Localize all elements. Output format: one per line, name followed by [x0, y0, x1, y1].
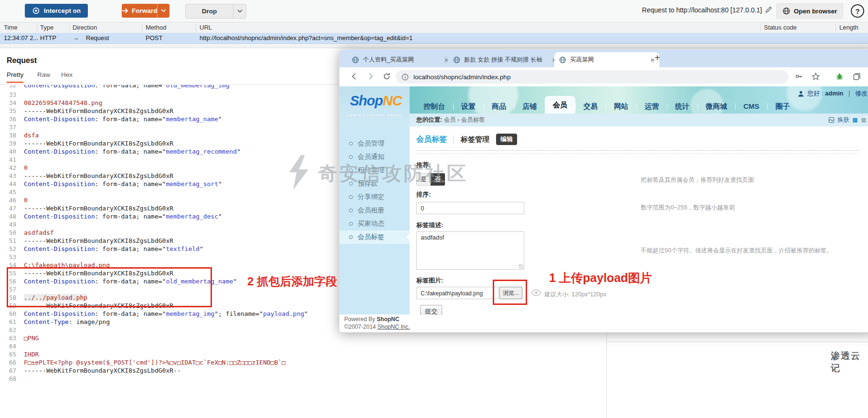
- intercept-toggle-button[interactable]: Intercept on: [25, 4, 88, 18]
- request-body-editor[interactable]: 333408226595474847548.png35------WebKitF…: [0, 91, 334, 383]
- column-header-url[interactable]: URL: [200, 24, 212, 31]
- drop-button[interactable]: Drop: [185, 4, 246, 19]
- line-number: 68: [0, 375, 16, 383]
- image-help: 建议大小: 120px*120px: [544, 291, 606, 299]
- column-header-type[interactable]: Type: [40, 24, 53, 31]
- bullet-icon: [349, 222, 353, 226]
- column-header-direction[interactable]: Direction: [73, 24, 97, 31]
- sort-input[interactable]: 0: [416, 202, 524, 214]
- site-info-icon[interactable]: [402, 73, 409, 81]
- request-line-48: 48Content-Disposition: form-data; name="…: [0, 212, 334, 220]
- line-number: 42: [0, 164, 16, 172]
- sidebar-item-预存款[interactable]: 预存款: [339, 177, 410, 190]
- tab-close-icon[interactable]: ×: [444, 56, 448, 64]
- browser-tab-1[interactable]: 个人资料_买蔬菜网×: [347, 52, 453, 67]
- breadcrumb-path: 会员 › 会员标签: [442, 116, 485, 123]
- browser-tab-3[interactable]: 买蔬菜网×: [554, 52, 659, 67]
- bullet-icon: [349, 182, 353, 186]
- nav-item-店铺[interactable]: 店铺: [514, 99, 545, 114]
- sidebar-item-会员相册[interactable]: 会员相册: [339, 204, 410, 217]
- nav-item-设置[interactable]: 设置: [453, 99, 484, 114]
- sidebar-item-label: 会员相册: [358, 206, 384, 215]
- recommend-no-button[interactable]: 否: [431, 173, 445, 186]
- bookmark-star-icon[interactable]: [811, 72, 820, 83]
- file-path-input[interactable]: C:\fakepath\payload.png: [416, 287, 498, 299]
- nav-item-微商城[interactable]: 微商城: [698, 99, 735, 114]
- line-number: 67: [0, 366, 16, 375]
- nav-item-会员[interactable]: 会员: [545, 96, 575, 114]
- open-browser-button[interactable]: Open browser: [776, 3, 843, 19]
- sidebar-item-买家动态[interactable]: 买家动态: [339, 217, 410, 230]
- line-number: 45: [0, 188, 16, 196]
- column-header-method[interactable]: Method: [146, 24, 166, 31]
- nav-item-商品[interactable]: 商品: [484, 99, 514, 114]
- skin-switcher[interactable]: 换肤: [828, 114, 867, 126]
- tab-tag-manage[interactable]: 标签管理: [461, 135, 489, 144]
- reload-icon[interactable]: [382, 72, 391, 83]
- screenshot-stage: Intercept on Forward Drop Request to htt…: [0, 0, 868, 418]
- shopnc-sidebar: 会员管理会员通知积分管理预存款分享绑定会员相册买家动态会员标签: [339, 126, 410, 314]
- nav-item-交易[interactable]: 交易: [575, 99, 606, 114]
- column-header-time[interactable]: Time: [4, 24, 17, 31]
- request-panel-title: Request: [7, 56, 37, 65]
- line-number: 64: [0, 342, 16, 350]
- shopnc-header: 您好 : admin ｜ 修改 控制台设置商品店铺会员交易网站运营统计微商城CM…: [410, 86, 868, 114]
- tab-close-icon[interactable]: ×: [650, 56, 655, 64]
- sidebar-item-会员管理[interactable]: 会员管理: [339, 137, 410, 150]
- nav-item-控制台[interactable]: 控制台: [415, 99, 453, 114]
- skin-swatch-gray[interactable]: [861, 117, 867, 123]
- request-line-63: 63□PNG: [0, 334, 334, 342]
- tab-title: 买蔬菜网: [570, 56, 646, 64]
- browser-tab-2[interactable]: 新款 女款 拼接 不规则摆 长袖×: [448, 52, 561, 67]
- nav-item-圈子[interactable]: 圈子: [767, 99, 798, 114]
- nav-item-运营[interactable]: 运营: [636, 99, 667, 114]
- shopnc-logo-block: ShopNC ADMIN CONTROL PANEL: [339, 86, 410, 126]
- column-header-status-code[interactable]: Status code: [764, 24, 797, 31]
- tab-restore-icon[interactable]: [852, 72, 861, 83]
- nav-item-CMS[interactable]: CMS: [735, 99, 767, 114]
- skin-swatch-blue[interactable]: [852, 117, 858, 123]
- history-table-header: TimeTypeDirectionMethodURLStatus codeLen…: [0, 22, 868, 33]
- request-line-62: 62: [0, 326, 334, 334]
- drop-dropdown[interactable]: [233, 4, 246, 18]
- sidebar-item-会员标签[interactable]: 会员标签: [339, 230, 410, 244]
- help-icon[interactable]: ?: [851, 4, 864, 18]
- cell-direction: Request: [86, 34, 109, 42]
- forward-icon[interactable]: [366, 72, 375, 83]
- desc-textarea[interactable]: asdfadsf: [416, 231, 524, 270]
- column-divider: [142, 23, 142, 32]
- back-icon[interactable]: [350, 72, 359, 83]
- history-table-row[interactable]: 12:34:07 2...HTTP→RequestPOSThttp://loca…: [0, 33, 868, 44]
- address-bar[interactable]: localhost/shopnc/admin/index.php: [396, 70, 788, 84]
- column-header-length[interactable]: Length: [839, 24, 858, 31]
- request-tab-raw[interactable]: Raw: [37, 71, 50, 82]
- resize-handle[interactable]: [519, 264, 523, 269]
- direction-arrow-icon: →: [73, 34, 79, 42]
- forward-dropdown[interactable]: [157, 4, 169, 18]
- divider: [416, 150, 860, 151]
- browser-window: 个人资料_买蔬菜网×新款 女款 拼接 不规则摆 长袖×买蔬菜网×+ localh…: [339, 49, 868, 333]
- favicon-globe-icon: [559, 56, 566, 63]
- recommend-yes-button[interactable]: 是: [416, 173, 431, 186]
- password-key-icon[interactable]: [794, 72, 804, 83]
- nav-item-统计[interactable]: 统计: [667, 99, 698, 114]
- request-line-65: 65IHDR: [0, 350, 334, 358]
- edit-target-icon[interactable]: [765, 6, 773, 15]
- shopnc-link[interactable]: ShopNC Inc.: [378, 324, 410, 330]
- drop-label: Drop: [186, 8, 233, 15]
- forward-button[interactable]: Forward: [122, 4, 169, 18]
- line-number: 36: [0, 115, 16, 123]
- sidebar-item-积分管理[interactable]: 积分管理: [339, 164, 410, 177]
- request-line-49: 49: [0, 220, 334, 229]
- change-password-link[interactable]: 修改: [855, 89, 868, 98]
- new-tab-button[interactable]: +: [655, 52, 660, 63]
- request-tab-hex[interactable]: Hex: [61, 71, 73, 82]
- nav-item-网站[interactable]: 网站: [606, 99, 636, 114]
- line-number: 40: [0, 147, 16, 156]
- request-tab-pretty[interactable]: Pretty: [7, 71, 23, 83]
- forward-label: Forward: [132, 7, 157, 14]
- sidebar-item-会员通知[interactable]: 会员通知: [339, 150, 410, 164]
- line-number: 51: [0, 237, 16, 245]
- extension-bug-icon[interactable]: [835, 72, 844, 83]
- sidebar-item-分享绑定[interactable]: 分享绑定: [339, 190, 410, 204]
